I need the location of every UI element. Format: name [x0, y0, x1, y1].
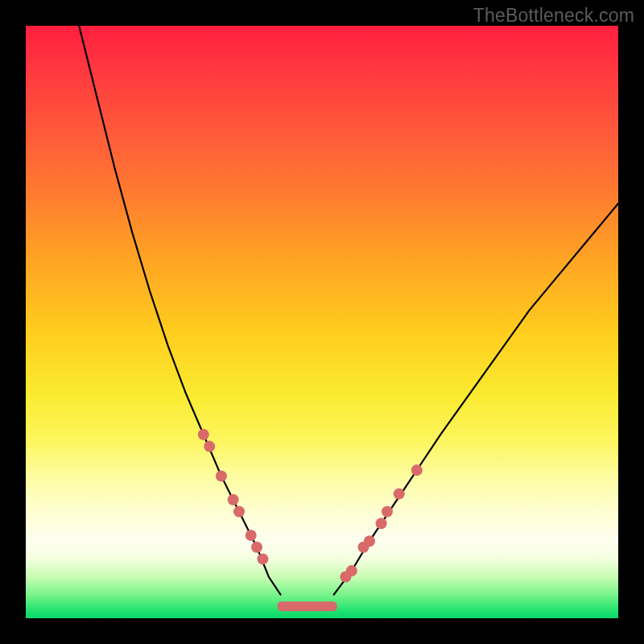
data-dot: [364, 535, 375, 547]
data-dot: [346, 565, 357, 576]
data-dot: [233, 506, 245, 518]
data-dot: [198, 429, 209, 440]
watermark-text: TheBottleneck.com: [473, 5, 634, 27]
data-dot: [246, 530, 257, 541]
dots-right-group: [340, 464, 422, 583]
data-dot: [376, 518, 387, 529]
plot-area: [26, 26, 618, 618]
data-dot: [257, 553, 268, 564]
data-dot: [382, 506, 393, 518]
data-dot: [251, 542, 262, 553]
curve-right-branch: [334, 204, 618, 595]
data-dot: [228, 494, 239, 506]
chart-frame: TheBottleneck.com: [0, 0, 644, 644]
curve-left-branch: [79, 26, 280, 595]
dots-left-group: [198, 429, 269, 565]
curve-svg: [26, 26, 618, 618]
data-dot: [394, 488, 405, 499]
data-dot: [216, 470, 227, 481]
data-dot: [411, 464, 423, 476]
curve-flat-bottom: [278, 601, 337, 611]
data-dot: [204, 441, 215, 452]
